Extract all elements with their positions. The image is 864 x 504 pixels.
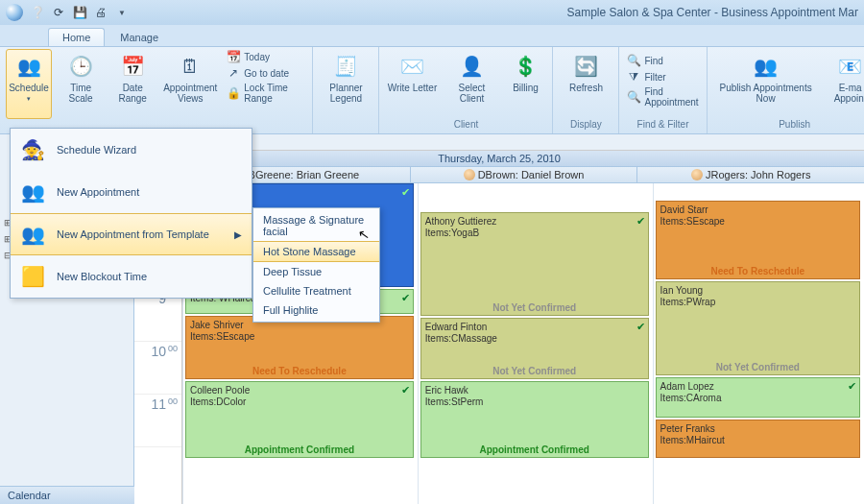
ribbon-tabs: Home Manage [0,25,864,46]
template-item[interactable]: Cellulite Treatment [253,281,379,300]
schedule-dropdown: 🧙Schedule Wizard 👥New Appointment 👥New A… [10,128,252,299]
column-header-staff-3[interactable]: JRogers: John Rogers [636,167,864,182]
staff-column-3[interactable]: David StarrItems:SEscape Need To Resched… [653,183,864,504]
publish-icon: 👥 [752,52,780,81]
today-icon: 📆 [227,50,240,63]
save-icon[interactable]: 💾 [72,5,87,20]
time-scale-button[interactable]: 🕒 Time Scale [58,49,104,119]
appointment-block[interactable]: Athony GuttierezItems:YogaB✔ Not Yet Con… [420,212,649,316]
ribbon: 👥 Schedule ▾ 🕒 Time Scale 📅 Date Range 🗓… [0,46,864,134]
appointment-block[interactable]: Eric HawkItems:StPerm Appointment Confir… [420,381,649,458]
schedule-button[interactable]: 👥 Schedule ▾ [6,49,52,119]
check-icon: ✔ [848,380,856,393]
billing-button[interactable]: 💲 Billing [504,49,546,119]
person-icon [691,169,703,180]
check-icon: ✔ [401,384,410,396]
letter-icon: ✉️ [397,52,426,81]
title-bar: ❔ ⟳ 💾 🖨 ▼ Sample Salon & Spa Center - Bu… [0,0,864,25]
find-appointment-button[interactable]: 🔍Find Appointment [625,85,700,108]
menu-new-from-template[interactable]: 👥New Appointment from Template▶ [11,213,252,255]
lock-time-range-button[interactable]: 🔒Lock Time Range [225,82,306,105]
write-letter-button[interactable]: ✉️ Write Letter [385,49,439,119]
planner-legend-button[interactable]: 🧾 Planner Legend [319,49,372,119]
lock-icon: 🔒 [227,86,240,100]
new-appt-icon: 👥 [20,180,45,204]
print-icon[interactable]: 🖨 [93,5,108,20]
go-to-date-button[interactable]: ↗Go to date [225,65,306,81]
check-icon: ✔ [636,321,645,333]
publish-now-button[interactable]: 👥 Publish Appointments Now [713,49,819,119]
staff-column-2[interactable]: Athony GuttierezItems:YogaB✔ Not Yet Con… [418,183,653,504]
time-slot-10: 1000 [134,342,181,395]
sidebar-footer-calendar[interactable]: Calendar [0,486,134,504]
appointment-block[interactable]: Colleen PooleItems:DColor✔ Appointment C… [185,381,414,458]
find-icon: 🔍 [627,54,640,67]
wizard-icon: 🧙 [20,137,45,162]
qat-dropdown-icon[interactable]: ▼ [114,5,130,20]
appointment-block[interactable]: David StarrItems:SEscape Need To Resched… [656,201,860,279]
appointment-block[interactable]: Adam LopezItems:CAroma✔ [656,377,860,418]
schedule-icon: 👥 [14,52,43,81]
views-icon: 🗓 [176,52,204,81]
template-item[interactable]: Hot Stone Massage [253,241,379,262]
appointment-block[interactable]: Jake ShriverItems:SEscape Need To Resche… [185,316,414,379]
calendar-icon: 📅 [118,52,147,81]
client-icon: 👤 [457,52,486,81]
date-range-button[interactable]: 📅 Date Range [109,49,156,119]
ribbon-group-client: Client [385,119,546,132]
email-icon: 📧 [836,52,864,81]
email-appointments-button[interactable]: 📧 E-ma Appoint [825,49,864,119]
billing-icon: 💲 [511,52,540,81]
help-icon[interactable]: ❔ [30,5,45,20]
appt-views-button[interactable]: 🗓 Appointment Views [161,49,219,119]
check-icon: ✔ [636,215,645,228]
template-item[interactable]: Deep Tissue [253,262,379,281]
menu-new-appointment[interactable]: 👥New Appointment [11,171,252,213]
time-slot-11: 1100 [134,395,181,447]
window-title: Sample Salon & Spa Center - Business App… [567,6,859,19]
goto-icon: ↗ [227,66,240,80]
ribbon-group-publish: Publish [713,119,864,132]
find-appt-icon: 🔍 [627,90,640,104]
refresh-icon: 🔄 [571,52,600,81]
blockout-icon: 🟨 [20,264,45,289]
filter-button[interactable]: ⧩Filter [625,69,700,84]
clock-icon: 🕒 [66,52,95,81]
refresh-icon[interactable]: ⟳ [51,5,66,20]
chevron-down-icon: ▾ [27,95,31,103]
menu-new-blockout[interactable]: 🟨New Blockout Time [11,255,252,298]
check-icon: ✔ [401,292,410,304]
template-item[interactable]: Full Highlite [253,300,379,320]
filter-icon: ⧩ [627,70,640,84]
column-header-staff-2[interactable]: DBrown: Daniel Brown [410,167,637,182]
ribbon-group-display: Display [559,119,612,132]
appointment-block[interactable]: Edward FintonItems:CMassage✔ Not Yet Con… [420,318,649,379]
legend-icon: 🧾 [331,52,360,81]
menu-schedule-wizard[interactable]: 🧙Schedule Wizard [11,129,252,171]
chevron-right-icon: ▶ [234,229,242,240]
cursor-icon: ↖ [357,226,372,243]
ribbon-group-findfilter: Find & Filter [625,119,700,132]
today-button[interactable]: 📆Today [225,49,306,64]
template-icon: 👥 [20,222,45,247]
tab-home[interactable]: Home [48,28,105,46]
appointment-block[interactable]: Ian YoungItems:PWrap Not Yet Confirmed [656,281,860,375]
person-icon [464,169,475,180]
select-client-button[interactable]: 👤 Select Client [444,49,498,119]
appointment-block[interactable]: Peter FranksItems:MHaircut [656,420,860,458]
app-orb[interactable] [6,4,23,21]
template-submenu: Massage & Signature facial Hot Stone Mas… [252,207,380,323]
refresh-button[interactable]: 🔄 Refresh [559,49,612,119]
check-icon: ✔ [401,186,410,199]
tab-manage[interactable]: Manage [107,29,172,46]
find-button[interactable]: 🔍Find [625,53,700,68]
